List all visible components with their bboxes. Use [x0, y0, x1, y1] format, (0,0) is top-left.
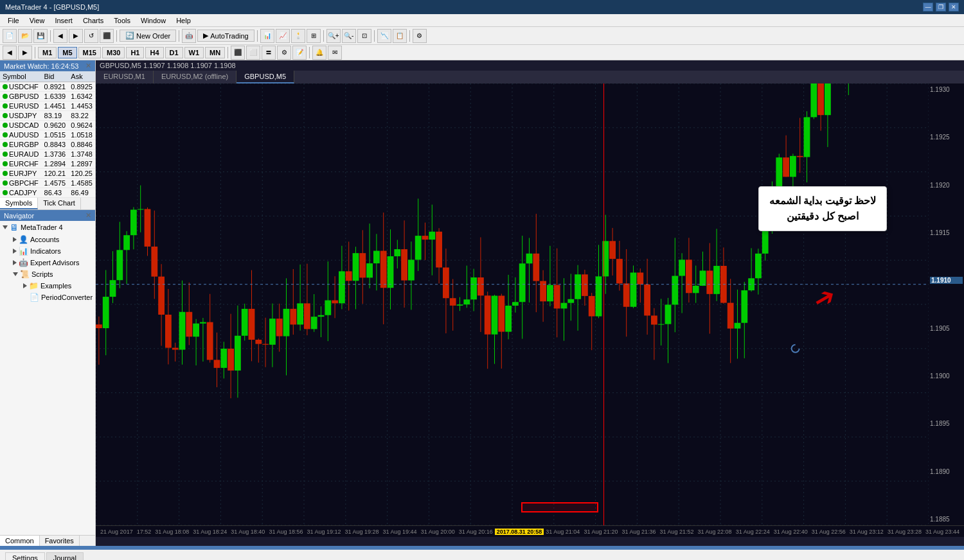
nav-mt4-icon: 🖥	[10, 222, 19, 232]
chart-scrollbar[interactable]	[96, 537, 964, 546]
market-watch-row[interactable]: USDJPY 83.19 83.22	[0, 111, 95, 121]
menu-charts[interactable]: Charts	[78, 14, 109, 26]
market-watch-row[interactable]: GBPCHF 1.4575 1.4585	[0, 179, 95, 188]
nav-metatrader4[interactable]: 🖥 MetaTrader 4	[0, 221, 95, 234]
bp-tab-common[interactable]: Common	[0, 536, 40, 546]
market-watch-row[interactable]: AUDUSD 1.0515 1.0518	[0, 130, 95, 140]
chart-tab-eurusd-m2[interactable]: EURUSD,M2 (offline)	[154, 71, 237, 83]
toolbar-zoom-fit[interactable]: ⊡	[357, 29, 371, 43]
menu-help[interactable]: Help	[171, 14, 196, 26]
chart-tab-eurusd-m1[interactable]: EURUSD,M1	[96, 71, 154, 83]
nav-period-icon: 📄	[30, 293, 39, 302]
toolbar-more3[interactable]: 〓	[262, 46, 276, 60]
toolbar-back[interactable]: ◀	[53, 29, 67, 43]
strategy-tester: Settings Journal Expert Advisor: 2 MA Cr…	[0, 546, 964, 560]
tf-w1[interactable]: W1	[184, 47, 204, 58]
new-order-button[interactable]: 🔄 New Order	[120, 30, 176, 42]
time-11: 31 Aug 21:04	[544, 529, 582, 535]
toolbar-indicators[interactable]: 📉	[377, 29, 391, 43]
mw-bid: 0.8843	[42, 140, 69, 150]
menu-window[interactable]: Window	[136, 14, 171, 26]
tf-m1[interactable]: M1	[38, 47, 57, 58]
nav-scripts[interactable]: 📜 Scripts	[0, 268, 95, 280]
tab-journal[interactable]: Journal	[46, 552, 84, 560]
tf-h1[interactable]: H1	[126, 47, 144, 58]
toolbar-more2[interactable]: ⬜	[246, 46, 260, 60]
toolbar-arrow-right[interactable]: ▶	[18, 46, 32, 60]
mw-ask: 1.4453	[68, 101, 95, 111]
time-5: 31 Aug 18:56	[267, 529, 305, 535]
chart-canvas-area[interactable]: لاحظ توقيت بداية الشمعه اصبح كل دقيقتين …	[96, 83, 964, 525]
nav-tree: 🖥 MetaTrader 4 👤 Accounts 📊 Indicators 🤖	[0, 221, 95, 303]
toolbar-script[interactable]: 📝	[292, 46, 307, 60]
nav-period-converter[interactable]: 📄 PeriodConverter	[0, 292, 95, 303]
chart-tab-gbpusd-m5[interactable]: GBPUSD,M5	[237, 71, 294, 83]
mw-bid: 86.43	[42, 188, 69, 198]
toolbar-save[interactable]: 💾	[33, 29, 48, 43]
toolbar-chart-grid[interactable]: ⊞	[307, 29, 321, 43]
nav-indicators[interactable]: 📊 Indicators	[0, 245, 95, 257]
time-6: 31 Aug 19:12	[305, 529, 343, 535]
toolbar-alert[interactable]: 🔔	[312, 46, 326, 60]
market-watch-row[interactable]: EURCHF 1.2894 1.2897	[0, 159, 95, 169]
toolbar-arrow-left[interactable]: ◀	[3, 46, 17, 60]
toolbar-chart-candle[interactable]: 🕯️	[291, 29, 305, 43]
mw-symbol: USDCHF	[0, 82, 42, 92]
close-button[interactable]: ✕	[949, 3, 959, 12]
annotation-line2: اصبح كل دقيقتين	[769, 209, 877, 224]
toolbar-fwd[interactable]: ▶	[69, 29, 83, 43]
toolbar-new[interactable]: 📄	[3, 29, 17, 43]
nav-scripts-icon: 📜	[20, 270, 30, 279]
tf-d1[interactable]: D1	[165, 47, 183, 58]
tf-mn[interactable]: MN	[205, 47, 225, 58]
market-watch-row[interactable]: USDCAD 0.9620 0.9624	[0, 121, 95, 130]
minimize-button[interactable]: —	[923, 3, 933, 12]
tab-settings[interactable]: Settings	[5, 552, 45, 560]
toolbar-more1[interactable]: ⬛	[231, 46, 245, 60]
market-watch-row[interactable]: USDCHF 0.8921 0.8925	[0, 82, 95, 92]
toolbar-open[interactable]: 📂	[18, 29, 32, 43]
toolbar-settings[interactable]: ⚙	[413, 29, 427, 43]
toolbar-chart-bar[interactable]: 📊	[260, 29, 274, 43]
tf-m30[interactable]: M30	[102, 47, 125, 58]
timeframe-toolbar: ◀ ▶ M1 M5 M15 M30 H1 H4 D1 W1 MN ⬛ ⬜ 〓 ⚙…	[0, 45, 964, 60]
market-watch-close[interactable]: ✕	[85, 62, 91, 70]
tab-tick-chart[interactable]: Tick Chart	[38, 198, 81, 209]
menu-view[interactable]: View	[24, 14, 50, 26]
toolbar-zoom-out[interactable]: 🔍-	[342, 29, 356, 43]
tf-h4[interactable]: H4	[145, 47, 163, 58]
tab-symbols[interactable]: Symbols	[0, 198, 38, 209]
market-watch-row[interactable]: EURAUD 1.3736 1.3748	[0, 150, 95, 159]
toolbar-reload[interactable]: ↺	[84, 29, 98, 43]
restore-button[interactable]: ❐	[936, 3, 946, 12]
nav-examples[interactable]: 📁 Examples	[0, 280, 95, 292]
toolbar-msg[interactable]: ✉	[328, 46, 342, 60]
menu-tools[interactable]: Tools	[109, 14, 136, 26]
navigator-close[interactable]: ✕	[85, 211, 91, 220]
tf-m15[interactable]: M15	[78, 47, 101, 58]
tf-m5[interactable]: M5	[58, 47, 76, 58]
toolbar-robot[interactable]: 🤖	[182, 29, 196, 43]
mw-bid: 1.0515	[42, 130, 69, 140]
nav-expert-advisors[interactable]: 🤖 Expert Advisors	[0, 257, 95, 268]
market-watch-row[interactable]: EURGBP 0.8843 0.8846	[0, 140, 95, 150]
toolbar-expert[interactable]: ⚙	[277, 46, 291, 60]
time-8: 31 Aug 19:44	[381, 529, 419, 535]
nav-expand-icon	[3, 225, 8, 229]
nav-accounts[interactable]: 👤 Accounts	[0, 234, 95, 245]
autotrading-button[interactable]: ▶ AutoTrading	[197, 30, 254, 42]
sep10	[309, 47, 310, 58]
toolbar-stop[interactable]: ⬛	[100, 29, 114, 43]
menu-file[interactable]: File	[3, 14, 24, 26]
bp-tab-favorites[interactable]: Favorites	[40, 536, 80, 546]
price-level-5: 1.1905	[930, 325, 963, 332]
market-watch-row[interactable]: EURUSD 1.4451 1.4453	[0, 101, 95, 111]
toolbar-tpl[interactable]: 📋	[393, 29, 407, 43]
toolbar-chart-line[interactable]: 📈	[276, 29, 290, 43]
menu-insert[interactable]: Insert	[49, 14, 78, 26]
market-watch-row[interactable]: GBPUSD 1.6339 1.6342	[0, 92, 95, 101]
toolbar-zoom-in[interactable]: 🔍+	[326, 29, 341, 43]
mw-ask: 0.9624	[68, 121, 95, 130]
market-watch-row[interactable]: EURJPY 120.21 120.25	[0, 169, 95, 179]
market-watch-row[interactable]: CADJPY 86.43 86.49	[0, 188, 95, 198]
